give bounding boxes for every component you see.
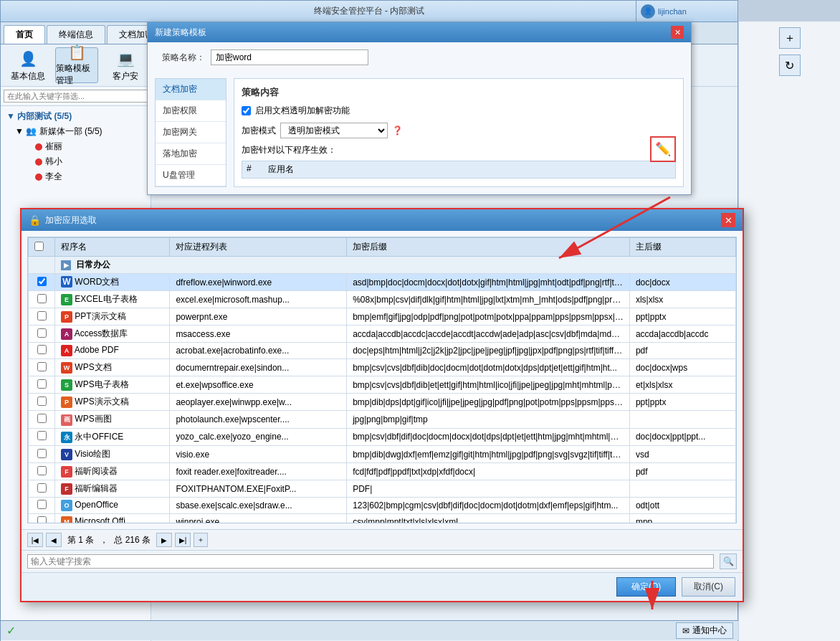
status-dot-red: [35, 143, 42, 151]
main-titlebar: 终端安全管控平台 - 内部测试 ─ □ ✕: [1, 1, 738, 22]
enable-checkbox-row: 启用文档透明加解密功能: [242, 105, 676, 117]
row-ext-excel: %08x|bmp|csv|dif|dlk|gif|htm|html|jpg|lx…: [347, 291, 630, 308]
first-page-button[interactable]: |◀: [27, 533, 43, 547]
page-total: 总 216 条: [114, 534, 151, 546]
group-folder-icon: ▶: [61, 260, 71, 270]
tree-subgroup: ▼ 👥 新媒体一部 (5/5) 崔丽 韩小 李全: [4, 124, 148, 184]
prev-page-button[interactable]: ◀: [46, 533, 62, 547]
col-check: [29, 238, 55, 257]
cancel-button[interactable]: 取消(C): [682, 577, 735, 597]
keyword-search-input[interactable]: [27, 554, 714, 569]
help-icon: ❓: [392, 125, 403, 136]
username: lijinchan: [658, 7, 687, 16]
add-button[interactable]: ＋: [779, 27, 801, 49]
add-page-button[interactable]: ＋: [194, 533, 208, 547]
row-check-word[interactable]: [29, 274, 55, 291]
col-program-name: 程序名: [55, 238, 170, 257]
status-dot-red-2: [35, 158, 42, 166]
table-row[interactable]: O OpenOffice sbase.exe|scalc.exe|sdraw.e…: [29, 498, 736, 514]
menu-doc-encrypt[interactable]: 文档加密: [156, 79, 226, 100]
dialog-footer: 确定(O) 取消(C): [22, 572, 743, 601]
group-row-daily: ▶ 日常办公: [29, 257, 736, 274]
table-row[interactable]: 画 WPS画图 photolaunch.exe|wpscenter.... jp…: [29, 411, 736, 429]
enable-checkbox[interactable]: [242, 106, 251, 115]
notification-button[interactable]: ✉ 通知中心: [676, 622, 733, 639]
app-table-scroll[interactable]: 程序名 对应进程列表 加密后缀 主后缀 ▶ 日常办公: [27, 237, 737, 523]
refresh-button[interactable]: ↻: [779, 54, 801, 76]
table-row[interactable]: W WPS文档 documerntrepair.exe|sindon... bm…: [29, 359, 736, 376]
menu-usb-manage[interactable]: U盘管理: [156, 165, 226, 186]
new-policy-dialog: 新建策略模板 ✕ 策略名称： 文档加密 加密权限 加密网关 落地加密 U盘管理 …: [147, 22, 692, 195]
word-icon: W: [61, 276, 72, 288]
last-page-button[interactable]: ▶|: [175, 533, 191, 547]
content-title: 策略内容: [242, 86, 676, 99]
dialog-icon: 🔒: [29, 214, 41, 226]
policy-dialog-close[interactable]: ✕: [671, 26, 684, 39]
wps-ppt-icon: P: [61, 397, 72, 408]
menu-encrypt-gateway[interactable]: 加密网关: [156, 122, 226, 143]
tree-group-internal[interactable]: ▼ 内部测试 (5/5): [4, 109, 148, 124]
app-select-dialog: 🔒 加密应用选取 ✕ 程序名 对应进程列表 加密后缀 主后缀: [20, 208, 744, 602]
ok-button[interactable]: 确定(O): [616, 577, 676, 597]
table-row[interactable]: M Microsoft Offi... winproj.exe csv|mpp|…: [29, 514, 736, 524]
row-name-word: W WORD文档: [55, 274, 170, 291]
sidebar-search-input[interactable]: [4, 90, 148, 103]
row-ext-word: asd|bmp|doc|docm|docx|dot|dotx|gif|htm|h…: [347, 274, 630, 291]
tree-member-hanxiao[interactable]: 韩小: [24, 154, 148, 169]
table-row[interactable]: P PPT演示文稿 powerpnt.exe bmp|emf|gif|jpg|o…: [29, 308, 736, 326]
table-row[interactable]: A Access数据库 msaccess.exe accda|accdb|acc…: [29, 326, 736, 343]
notification-icon: ✉: [682, 626, 689, 636]
table-row[interactable]: F 福昕编辑器 FOXITPHANTOM.EXE|FoxitP... PDF|: [29, 480, 736, 498]
sidebar-search-box: [1, 87, 151, 106]
col-process-list: 对应进程列表: [170, 238, 347, 257]
table-row[interactable]: P WPS演示文稿 aeoplayer.exe|winwpp.exe|w... …: [29, 394, 736, 411]
bottom-bar: ✓ ✉ 通知中心: [1, 620, 739, 640]
tree-group-newmedia[interactable]: ▼ 👥 新媒体一部 (5/5): [12, 124, 148, 139]
next-page-button[interactable]: ▶: [156, 533, 172, 547]
edit-pencil-button[interactable]: ✏️: [650, 136, 676, 162]
policy-name-input[interactable]: [211, 49, 368, 65]
toolbar-client-label: 客户安: [113, 70, 138, 82]
table-row[interactable]: V Visio绘图 visio.exe bmp|dib|dwg|dxf|emf|…: [29, 446, 736, 463]
row-check-excel[interactable]: [29, 291, 55, 308]
table-row[interactable]: S WPS电子表格 et.exe|wpsoffice.exe bmp|csv|c…: [29, 376, 736, 394]
tree-member-liquan[interactable]: 李全: [24, 169, 148, 184]
tab-terminal-info[interactable]: 终端信息: [47, 25, 105, 44]
tree-member-cuili[interactable]: 崔丽: [24, 139, 148, 154]
policy-template-icon: 📋: [65, 44, 88, 61]
table-row[interactable]: A Adobe PDF acrobat.exe|acrobatinfo.exe.…: [29, 343, 736, 359]
enable-label: 启用文档透明加解密功能: [255, 105, 350, 117]
wps-sheet-icon: S: [61, 379, 72, 391]
table-row[interactable]: E EXCEL电子表格 excel.exe|microsoft.mashup..…: [29, 291, 736, 308]
search-button[interactable]: 🔍: [720, 554, 737, 569]
table-row[interactable]: 永 永中OFFICE yozo_calc.exe|yozo_engine... …: [29, 428, 736, 446]
menu-encrypt-permission[interactable]: 加密权限: [156, 100, 226, 122]
table-row[interactable]: W WORD文档 dfreflow.exe|winword.exe asd|bm…: [29, 274, 736, 291]
toolbar-client-safety[interactable]: 💻 客户安: [104, 47, 147, 83]
toolbar-policy-template[interactable]: 📋 策略模板管理: [55, 47, 98, 83]
openoffice-icon: O: [61, 500, 72, 511]
table-row[interactable]: F 福昕阅读器 foxit reader.exe|foxitreader....…: [29, 463, 736, 480]
dialog-close-button[interactable]: ✕: [721, 213, 735, 227]
col-main-ext: 主后缀: [629, 238, 735, 257]
app-title: 终端安全管控平台 - 内部测试: [314, 5, 425, 17]
group-name-daily: ▶ 日常办公: [55, 257, 736, 274]
policy-dialog-title: 新建策略模板: [155, 27, 206, 39]
tree-members: 崔丽 韩小 李全: [12, 139, 148, 184]
dialog-search-bar: 🔍: [22, 550, 743, 572]
encrypt-mode-select[interactable]: 透明加密模式: [280, 123, 388, 138]
row-process-word: dfreflow.exe|winword.exe: [170, 274, 347, 291]
row-mainext-word: doc|docx: [629, 274, 735, 291]
menu-local-encrypt[interactable]: 落地加密: [156, 143, 226, 165]
policy-right-content: 策略内容 启用文档透明加解密功能 加密模式 透明加密模式 ❓ 加密针对以下程序生…: [234, 78, 684, 187]
col-encrypt-ext: 加密后缀: [347, 238, 630, 257]
dialog-title: 加密应用选取: [45, 214, 97, 227]
dialog-titlebar: 🔒 加密应用选取 ✕: [22, 209, 743, 231]
notification-label: 通知中心: [692, 625, 727, 637]
select-all-checkbox[interactable]: [34, 242, 44, 251]
excel-icon: E: [61, 294, 72, 305]
tab-home[interactable]: 首页: [4, 25, 45, 44]
policy-form: 策略名称：: [148, 42, 691, 78]
policy-content-area: 文档加密 加密权限 加密网关 落地加密 U盘管理 策略内容 启用文档透明加解密功…: [148, 78, 691, 194]
toolbar-basic-info[interactable]: 👤 基本信息: [6, 47, 49, 83]
